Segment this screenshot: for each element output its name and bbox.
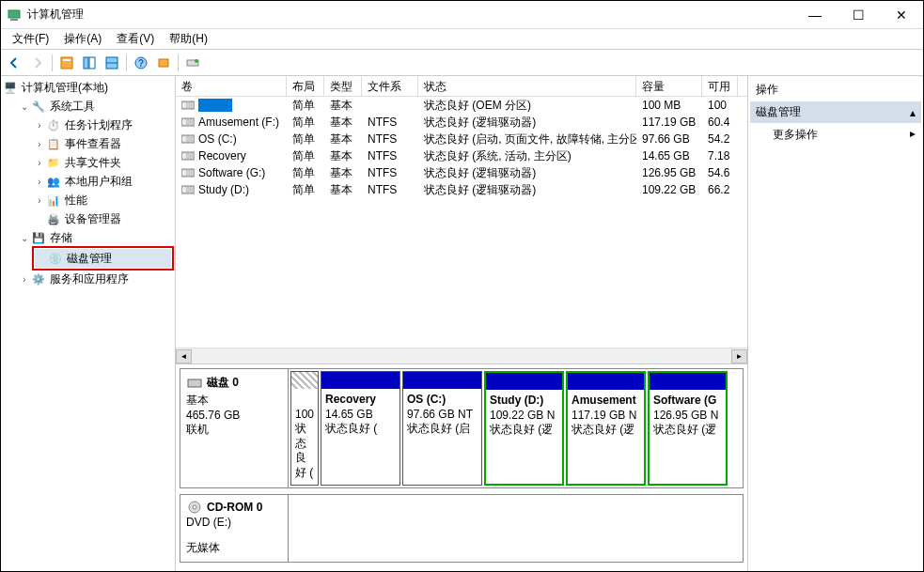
header-volume[interactable]: 卷 xyxy=(176,76,287,96)
menu-action[interactable]: 操作(A) xyxy=(56,29,109,49)
collapse-icon[interactable]: ⌄ xyxy=(18,233,31,243)
collapse-icon[interactable]: ⌄ xyxy=(18,101,31,112)
maximize-button[interactable]: ☐ xyxy=(837,1,880,29)
device-icon: 🖨️ xyxy=(46,211,61,226)
svg-rect-10 xyxy=(159,59,168,67)
expand-icon[interactable]: › xyxy=(33,177,46,187)
volume-table[interactable]: 卷 布局 类型 文件系统 状态 容量 可用 简单 基本 状态良好 (OEM 分区… xyxy=(176,76,747,364)
partition-info: 100状态良好 ( xyxy=(291,389,318,485)
disk-row[interactable]: 磁盘 0 基本 465.76 GB 联机 100状态良好 ( Recovery1… xyxy=(180,368,744,488)
tree-local-users[interactable]: ›👥本地用户和组 xyxy=(33,172,173,191)
svg-rect-25 xyxy=(188,379,201,387)
storage-icon: 💾 xyxy=(31,230,46,245)
expand-icon[interactable]: › xyxy=(33,120,46,131)
svg-point-16 xyxy=(182,119,186,125)
tree-shared-folders[interactable]: ›📁共享文件夹 xyxy=(33,153,173,172)
chevron-right-icon: ▸ xyxy=(910,127,916,143)
scroll-left-button[interactable]: ◄ xyxy=(176,349,192,363)
tree-device-manager[interactable]: 🖨️设备管理器 xyxy=(33,209,173,228)
table-row[interactable]: OS (C:) 简单 基本 NTFS 状态良好 (启动, 页面文件, 故障转储,… xyxy=(176,131,747,147)
tree-services-apps[interactable]: › ⚙️ 服务和应用程序 xyxy=(18,270,173,288)
volume-icon xyxy=(181,133,195,145)
collapse-arrow-icon: ▴ xyxy=(910,106,916,119)
partition-header xyxy=(291,372,318,389)
disk-icon xyxy=(186,377,203,390)
horizontal-scrollbar[interactable]: ◄ ► xyxy=(176,348,747,363)
expand-icon[interactable]: › xyxy=(33,139,46,149)
header-layout[interactable]: 布局 xyxy=(287,76,324,96)
view-detail-button[interactable] xyxy=(79,53,100,73)
partition[interactable]: Recovery14.65 GB状态良好 ( xyxy=(321,371,400,486)
volume-icon xyxy=(181,150,195,162)
disk-partitions: 100状态良好 ( Recovery14.65 GB状态良好 ( OS (C:)… xyxy=(289,369,743,487)
partition-header xyxy=(403,372,481,389)
minimize-button[interactable]: — xyxy=(793,1,837,29)
volume-icon xyxy=(181,184,195,195)
partition[interactable]: Software (G126.95 GB N状态良好 (逻 xyxy=(648,371,728,486)
cdrom-icon xyxy=(186,501,203,514)
tree-event-viewer[interactable]: ›📋事件查看器 xyxy=(33,134,173,153)
close-button[interactable]: ✕ xyxy=(880,1,923,29)
tools-icon: 🔧 xyxy=(31,99,46,114)
action-more[interactable]: 更多操作 ▸ xyxy=(750,123,921,147)
properties-button[interactable] xyxy=(182,53,203,73)
view-tree-button[interactable] xyxy=(56,53,77,73)
partition[interactable]: Study (D:)109.22 GB N状态良好 (逻 xyxy=(484,371,564,486)
tree-performance[interactable]: ›📊性能 xyxy=(33,191,173,209)
disk-info: 磁盘 0 基本 465.76 GB 联机 xyxy=(180,369,289,487)
window-title: 计算机管理 xyxy=(27,7,793,23)
svg-point-24 xyxy=(182,187,186,193)
event-icon: 📋 xyxy=(46,136,61,151)
back-button[interactable] xyxy=(5,53,25,73)
menu-help[interactable]: 帮助(H) xyxy=(162,29,215,49)
computer-icon: 🖥️ xyxy=(3,80,18,95)
header-capacity[interactable]: 容量 xyxy=(636,76,702,96)
header-free[interactable]: 可用 xyxy=(702,76,738,96)
expand-icon[interactable]: › xyxy=(33,195,46,206)
actions-panel: 操作 磁盘管理 ▴ 更多操作 ▸ xyxy=(748,76,923,571)
users-icon: 👥 xyxy=(46,174,61,189)
perf-icon: 📊 xyxy=(46,193,61,208)
tree-disk-management[interactable]: 💿 磁盘管理 xyxy=(35,249,171,268)
expand-icon[interactable]: › xyxy=(18,274,31,285)
tree-task-scheduler[interactable]: ›⏱️任务计划程序 xyxy=(33,116,173,134)
header-status[interactable]: 状态 xyxy=(418,76,636,96)
tree-panel[interactable]: 🖥️ 计算机管理(本地) ⌄ 🔧 系统工具 ›⏱️任务计划程序 ›📋事件查看器 … xyxy=(1,76,176,571)
disk-panel[interactable]: 磁盘 0 基本 465.76 GB 联机 100状态良好 ( Recovery1… xyxy=(176,364,747,571)
header-fs[interactable]: 文件系统 xyxy=(362,76,418,96)
svg-rect-5 xyxy=(89,57,95,69)
table-row[interactable]: Software (G:) 简单 基本 NTFS 状态良好 (逻辑驱动器) 12… xyxy=(176,164,747,181)
expand-icon[interactable]: › xyxy=(33,158,46,168)
partition[interactable]: OS (C:)97.66 GB NT状态良好 (启 xyxy=(402,371,482,486)
table-row[interactable]: Amusement (F:) 简单 基本 NTFS 状态良好 (逻辑驱动器) 1… xyxy=(176,114,747,131)
scroll-right-button[interactable]: ► xyxy=(731,349,747,363)
partition-header xyxy=(568,373,644,390)
tree-root[interactable]: 🖥️ 计算机管理(本地) xyxy=(3,78,173,97)
disk-row[interactable]: CD-ROM 0 DVD (E:) 无媒体 xyxy=(180,494,744,563)
actions-header: 操作 xyxy=(750,78,921,101)
refresh-button[interactable] xyxy=(153,53,174,73)
partition-info: Recovery14.65 GB状态良好 ( xyxy=(321,389,399,441)
partition[interactable]: 100状态良好 ( xyxy=(290,371,319,486)
folder-icon: 📁 xyxy=(46,155,61,170)
partition[interactable]: Amusement117.19 GB N状态良好 (逻 xyxy=(566,371,646,486)
table-row[interactable]: Recovery 简单 基本 NTFS 状态良好 (系统, 活动, 主分区) 1… xyxy=(176,147,747,164)
actions-group[interactable]: 磁盘管理 ▴ xyxy=(750,101,921,123)
partition-info: Software (G126.95 GB N状态良好 (逻 xyxy=(650,390,726,441)
titlebar: 计算机管理 — ☐ ✕ xyxy=(1,1,923,29)
tree-storage[interactable]: ⌄ 💾 存储 xyxy=(18,228,173,247)
menu-view[interactable]: 查看(V) xyxy=(109,29,162,49)
disk-icon: 💿 xyxy=(48,251,63,266)
forward-button[interactable] xyxy=(27,53,48,73)
view-icons-button[interactable] xyxy=(102,53,122,73)
table-row[interactable]: 简单 基本 状态良好 (OEM 分区) 100 MB 100 xyxy=(176,97,747,114)
partition-header xyxy=(650,373,726,390)
menu-file[interactable]: 文件(F) xyxy=(5,29,56,49)
help-button[interactable]: ? xyxy=(131,53,151,73)
tree-system-tools[interactable]: ⌄ 🔧 系统工具 xyxy=(18,97,173,116)
table-header: 卷 布局 类型 文件系统 状态 容量 可用 xyxy=(176,76,747,97)
header-type[interactable]: 类型 xyxy=(324,76,362,96)
svg-text:?: ? xyxy=(138,58,144,69)
volume-icon xyxy=(181,100,195,111)
table-row[interactable]: Study (D:) 简单 基本 NTFS 状态良好 (逻辑驱动器) 109.2… xyxy=(176,181,747,198)
